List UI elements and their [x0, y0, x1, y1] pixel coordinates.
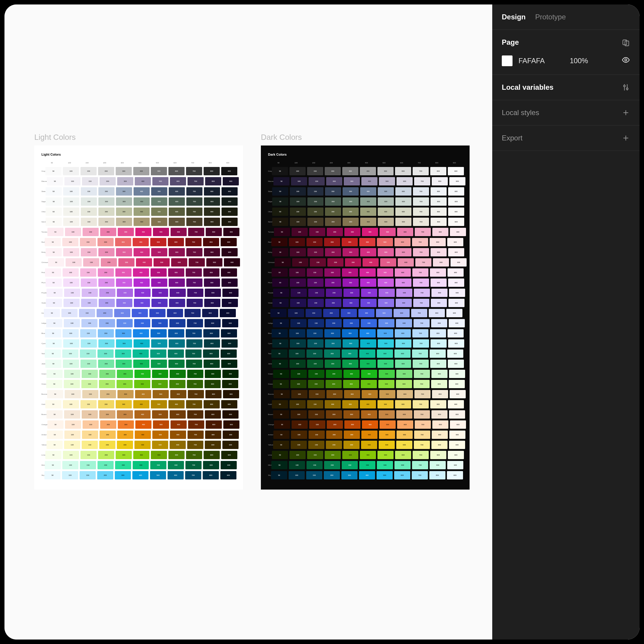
color-swatch[interactable]: 900 — [447, 461, 463, 469]
color-swatch[interactable]: 300 — [118, 420, 134, 429]
color-swatch[interactable]: 200 — [98, 218, 114, 226]
color-swatch[interactable]: 300 — [116, 278, 132, 287]
section-export[interactable]: Export — [492, 126, 640, 151]
color-swatch[interactable]: 100 — [290, 167, 306, 175]
color-swatch[interactable]: 700 — [413, 208, 429, 216]
color-swatch[interactable]: 200 — [324, 461, 340, 469]
color-swatch[interactable]: 100 — [63, 268, 79, 277]
color-swatch[interactable]: 100 — [63, 218, 79, 226]
color-swatch[interactable]: 800 — [205, 431, 221, 439]
color-swatch[interactable]: 900 — [448, 268, 464, 277]
color-swatch[interactable]: 200 — [98, 400, 114, 408]
page-fill-swatch[interactable] — [502, 55, 513, 66]
color-swatch[interactable]: 400 — [134, 441, 151, 449]
color-swatch[interactable]: 500 — [152, 431, 168, 439]
color-swatch[interactable]: 600 — [168, 461, 184, 469]
color-swatch[interactable]: 500 — [379, 431, 395, 439]
color-swatch[interactable]: 200 — [324, 329, 340, 338]
color-swatch[interactable]: 500 — [378, 319, 394, 327]
color-swatch[interactable]: 500 — [151, 187, 167, 196]
color-swatch[interactable]: 600 — [171, 228, 187, 236]
color-swatch[interactable]: 500 — [377, 400, 394, 408]
canvas-area[interactable]: Light ColorsLight Colors5010015020030040… — [4, 4, 492, 640]
color-swatch[interactable]: 800 — [205, 380, 221, 388]
color-swatch[interactable]: 50 — [47, 390, 63, 398]
color-swatch[interactable]: 900 — [450, 390, 466, 398]
color-swatch[interactable]: 400 — [135, 431, 151, 439]
color-swatch[interactable]: 600 — [169, 278, 185, 287]
color-swatch[interactable]: 400 — [358, 309, 374, 317]
color-swatch[interactable]: 500 — [152, 370, 168, 378]
color-swatch[interactable]: 800 — [431, 278, 447, 287]
color-swatch[interactable]: 300 — [117, 370, 133, 378]
color-swatch[interactable]: 50 — [272, 339, 288, 348]
color-swatch[interactable]: 800 — [430, 461, 446, 469]
color-swatch[interactable]: 500 — [153, 228, 169, 236]
color-swatch[interactable]: 600 — [169, 248, 185, 256]
color-swatch[interactable]: 150 — [82, 289, 98, 297]
color-swatch[interactable]: 700 — [186, 268, 202, 277]
color-swatch[interactable]: 150 — [307, 268, 323, 277]
color-swatch[interactable]: 900 — [222, 248, 238, 256]
color-swatch[interactable]: 300 — [341, 471, 357, 479]
color-swatch[interactable]: 50 — [44, 309, 60, 317]
color-swatch[interactable]: 900 — [449, 370, 465, 378]
color-swatch[interactable]: 300 — [116, 167, 132, 175]
color-swatch[interactable]: 800 — [430, 329, 446, 338]
color-swatch[interactable]: 700 — [415, 258, 431, 267]
color-swatch[interactable]: 800 — [204, 187, 220, 196]
color-swatch[interactable]: 200 — [97, 461, 114, 469]
color-swatch[interactable]: 50 — [48, 258, 64, 267]
color-swatch[interactable]: 600 — [168, 268, 184, 277]
color-swatch[interactable]: 200 — [99, 380, 115, 388]
color-swatch[interactable]: 600 — [170, 390, 186, 398]
color-swatch[interactable]: 700 — [186, 278, 202, 287]
color-swatch[interactable]: 150 — [308, 410, 324, 419]
color-swatch[interactable]: 700 — [185, 461, 202, 469]
color-swatch[interactable]: 50 — [46, 319, 62, 327]
color-swatch[interactable]: 400 — [360, 208, 376, 216]
color-swatch[interactable]: 150 — [82, 410, 98, 419]
color-swatch[interactable]: 400 — [361, 410, 377, 419]
color-swatch[interactable]: 50 — [46, 380, 62, 388]
color-swatch[interactable]: 100 — [62, 471, 78, 479]
color-swatch[interactable]: 100 — [291, 370, 307, 378]
color-swatch[interactable]: 900 — [223, 228, 239, 236]
color-swatch[interactable]: 500 — [378, 248, 394, 256]
color-swatch[interactable]: 300 — [116, 248, 132, 256]
color-swatch[interactable]: 150 — [81, 197, 97, 206]
color-swatch[interactable]: 150 — [83, 258, 99, 267]
color-swatch[interactable]: 50 — [45, 329, 61, 338]
color-swatch[interactable]: 50 — [273, 431, 290, 439]
color-swatch[interactable]: 300 — [343, 197, 359, 206]
color-swatch[interactable]: 150 — [306, 349, 323, 358]
color-swatch[interactable]: 700 — [187, 289, 203, 297]
color-swatch[interactable]: 50 — [273, 370, 289, 378]
color-swatch[interactable]: 800 — [204, 197, 220, 206]
color-swatch[interactable]: 600 — [171, 258, 187, 267]
color-swatch[interactable]: 300 — [115, 329, 131, 338]
section-local-styles[interactable]: Local styles — [492, 100, 640, 126]
color-swatch[interactable]: 800 — [205, 370, 221, 378]
color-swatch[interactable]: 150 — [308, 380, 324, 388]
color-swatch[interactable]: 100 — [64, 410, 80, 419]
color-swatch[interactable]: 500 — [151, 339, 167, 348]
color-swatch[interactable]: 150 — [81, 218, 97, 226]
color-swatch[interactable]: 50 — [272, 451, 288, 459]
color-swatch[interactable]: 400 — [359, 349, 375, 358]
color-swatch[interactable]: 150 — [81, 451, 97, 459]
color-swatch[interactable]: 500 — [151, 299, 168, 307]
plus-icon[interactable] — [622, 109, 630, 117]
color-swatch[interactable]: 800 — [205, 289, 221, 297]
color-swatch[interactable]: 50 — [45, 451, 61, 459]
color-swatch[interactable]: 100 — [63, 197, 79, 206]
color-swatch[interactable]: 300 — [117, 390, 134, 398]
color-swatch[interactable]: 700 — [188, 431, 204, 439]
color-swatch[interactable]: 400 — [135, 390, 151, 398]
color-swatch[interactable]: 50 — [47, 370, 63, 378]
color-swatch[interactable]: 300 — [342, 400, 358, 408]
color-swatch[interactable]: 400 — [363, 258, 379, 267]
color-swatch[interactable]: 900 — [222, 299, 238, 307]
color-swatch[interactable]: 600 — [396, 410, 412, 419]
color-swatch[interactable]: 400 — [360, 299, 377, 307]
